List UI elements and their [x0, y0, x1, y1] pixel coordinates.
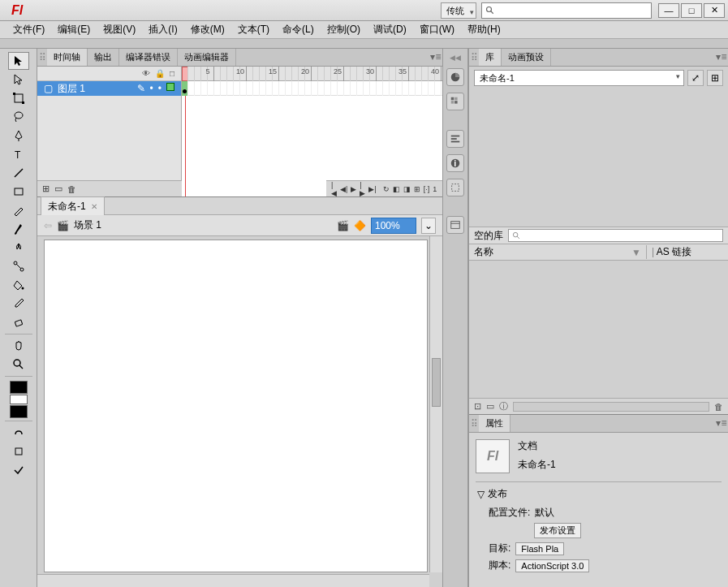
tab-properties[interactable]: 属性 — [479, 415, 510, 432]
edit-symbols-button[interactable]: 🔶 — [354, 220, 366, 231]
align-panel-button[interactable] — [446, 130, 464, 148]
play-button[interactable]: ▶ — [351, 183, 356, 195]
close-button[interactable]: ✕ — [704, 3, 725, 18]
subselection-tool[interactable] — [8, 71, 29, 88]
transform-panel-button[interactable] — [446, 179, 464, 196]
horizontal-scrollbar[interactable] — [37, 574, 429, 587]
onion-skin-button[interactable]: ◧ — [393, 183, 400, 195]
goto-first-frame-button[interactable]: |◀ — [331, 183, 337, 195]
panel-menu-icon[interactable]: ▾≡ — [429, 49, 442, 66]
color-panel-button[interactable] — [446, 68, 464, 86]
loop-button[interactable]: ↻ — [383, 183, 390, 195]
pencil-tool[interactable] — [8, 201, 29, 219]
selection-tool[interactable] — [8, 52, 29, 70]
eraser-tool[interactable] — [8, 313, 29, 331]
layer-lock-dot[interactable]: • — [158, 83, 162, 94]
tool-option-2[interactable] — [8, 461, 29, 479]
library-column-aslink[interactable]: | AS 链接 — [647, 245, 728, 259]
lock-column-icon[interactable]: 🔒 — [155, 69, 165, 78]
delete-button[interactable]: 🗑 — [714, 402, 723, 412]
rectangle-tool[interactable] — [8, 183, 29, 201]
swatches-panel-button[interactable] — [446, 93, 464, 110]
bone-tool[interactable] — [8, 257, 29, 275]
eyedropper-tool[interactable] — [8, 295, 29, 313]
onion-skin-outlines-button[interactable]: ◨ — [403, 183, 411, 195]
publish-section-toggle[interactable]: ▽ 发布 — [477, 487, 720, 501]
eye-column-icon[interactable]: 👁 — [142, 69, 150, 78]
line-tool[interactable] — [8, 164, 29, 182]
maximize-button[interactable]: □ — [681, 3, 702, 18]
menu-debug[interactable]: 调试(D) — [368, 21, 411, 38]
layer-visible-dot[interactable]: • — [150, 83, 153, 94]
menu-text[interactable]: 文本(T) — [233, 21, 274, 38]
outline-column-icon[interactable]: □ — [170, 69, 174, 78]
code-snippets-panel-button[interactable] — [446, 216, 464, 234]
help-search-input[interactable] — [481, 2, 652, 19]
edit-scene-button[interactable]: 🎬 — [337, 220, 349, 231]
paint-bucket-tool[interactable] — [8, 276, 29, 294]
menu-view[interactable]: 视图(V) — [98, 21, 140, 38]
step-forward-button[interactable]: |▶ — [360, 183, 365, 195]
text-tool[interactable]: T — [8, 145, 29, 163]
scene-back-button[interactable]: ⇦ — [44, 220, 52, 231]
menu-insert[interactable]: 插入(I) — [144, 21, 182, 38]
new-symbol-button[interactable]: ⊡ — [474, 401, 481, 412]
properties-button[interactable]: ⓘ — [499, 400, 508, 412]
deco-tool[interactable] — [8, 239, 29, 257]
panel-menu-icon[interactable]: ▾≡ — [715, 415, 728, 432]
info-panel-button[interactable]: i — [446, 154, 464, 172]
snap-to-objects-toggle[interactable] — [8, 424, 29, 442]
menu-commands[interactable]: 命令(L) — [278, 21, 319, 38]
library-item-list[interactable] — [469, 261, 728, 398]
frames-area[interactable]: 510152025303540 |◀ ◀| ▶ |▶ ▶| ↻ ◧ ◨ ⊞ — [182, 67, 442, 196]
menu-modify[interactable]: 修改(M) — [186, 21, 230, 38]
workspace-layout-dropdown[interactable]: 传统 — [441, 2, 476, 19]
close-document-button[interactable]: ✕ — [91, 202, 97, 211]
library-scrollbar[interactable] — [513, 402, 709, 412]
stage-canvas[interactable] — [44, 240, 428, 572]
tab-timeline[interactable]: 时间轴 — [47, 49, 88, 66]
hand-tool[interactable] — [8, 337, 29, 355]
delete-layer-button[interactable]: 🗑 — [67, 184, 76, 194]
tab-motion-presets[interactable]: 动画预设 — [502, 49, 551, 66]
new-folder-button[interactable]: ▭ — [486, 401, 494, 412]
menu-control[interactable]: 控制(O) — [322, 21, 365, 38]
new-layer-button[interactable]: ⊞ — [42, 183, 50, 194]
free-transform-tool[interactable] — [8, 89, 29, 107]
menu-file[interactable]: 文件(F) — [8, 21, 50, 38]
tab-output[interactable]: 输出 — [88, 49, 119, 66]
publish-settings-button[interactable]: 发布设置 — [534, 523, 581, 538]
library-document-dropdown[interactable]: 未命名-1 — [474, 70, 684, 86]
target-dropdown[interactable]: Flash Pla — [515, 542, 564, 555]
new-folder-button[interactable]: ▭ — [54, 183, 62, 194]
current-frame-field[interactable]: 1 — [433, 183, 437, 195]
brush-tool[interactable] — [8, 220, 29, 238]
panel-grip-icon[interactable]: ⠿ — [37, 49, 47, 66]
panel-grip-icon[interactable]: ⠿ — [469, 49, 479, 66]
dock-expand-icon[interactable]: ◀◀ — [450, 54, 461, 62]
lasso-tool[interactable] — [8, 108, 29, 126]
tab-library[interactable]: 库 — [479, 49, 502, 66]
tool-option-1[interactable] — [8, 442, 29, 460]
edit-multiple-frames-button[interactable]: ⊞ — [414, 183, 420, 195]
zoom-dropdown[interactable]: ⌄ — [421, 218, 436, 234]
document-tab[interactable]: 未命名-1 ✕ — [41, 196, 105, 216]
tab-motion-editor[interactable]: 动画编辑器 — [178, 49, 236, 66]
panel-menu-icon[interactable]: ▾≡ — [715, 49, 728, 66]
minimize-button[interactable]: — — [658, 3, 679, 18]
menu-edit[interactable]: 编辑(E) — [53, 21, 95, 38]
zoom-tool[interactable] — [8, 356, 29, 373]
layer-row[interactable]: ▢ 图层 1 ✎ • • — [37, 81, 181, 96]
library-search-input[interactable] — [508, 229, 723, 242]
zoom-field[interactable]: 100% — [371, 218, 416, 234]
tab-compiler-errors[interactable]: 编译器错误 — [119, 49, 178, 66]
goto-last-frame-button[interactable]: ▶| — [368, 183, 376, 195]
pin-library-button[interactable]: ⤢ — [687, 70, 704, 86]
layer-outline-box[interactable] — [166, 83, 174, 91]
library-column-name[interactable]: 名称▼ — [469, 245, 647, 259]
menu-help[interactable]: 帮助(H) — [463, 21, 506, 38]
menu-window[interactable]: 窗口(W) — [415, 21, 459, 38]
swap-colors-icon[interactable] — [10, 395, 28, 404]
pen-tool[interactable] — [8, 127, 29, 145]
script-dropdown[interactable]: ActionScript 3.0 — [515, 559, 589, 572]
